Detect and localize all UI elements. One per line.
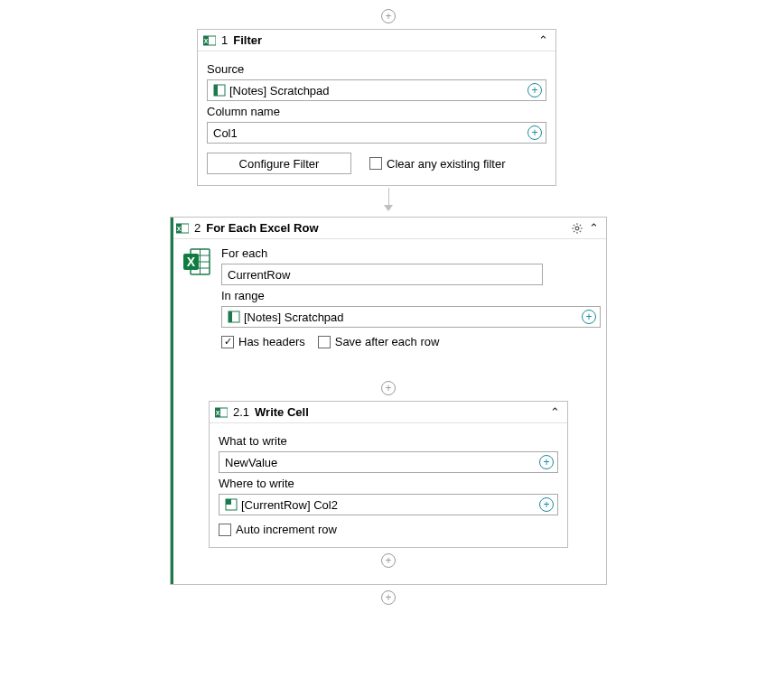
filter-card: X 1 Filter ⌃ Source [Notes] Scratchpad +…	[197, 29, 556, 186]
checkbox-icon: ✓	[221, 336, 234, 348]
card-number: 2.1	[233, 405, 249, 419]
for-each-label: For each	[221, 246, 601, 260]
card-number: 2	[194, 221, 201, 235]
in-range-label: In range	[221, 289, 601, 302]
where-to-write-value: [CurrentRow] Col2	[241, 498, 536, 512]
svg-line-13	[574, 224, 574, 225]
save-after-check[interactable]: Save after each row	[318, 335, 440, 348]
add-activity-inside-top[interactable]: +	[381, 381, 396, 395]
svg-rect-25	[229, 311, 232, 322]
auto-increment-label: Auto increment row	[236, 523, 337, 536]
column-name-field[interactable]: Col1 +	[207, 122, 546, 144]
range-icon	[213, 84, 226, 97]
source-expand-icon[interactable]: +	[527, 83, 542, 97]
range-icon	[228, 311, 240, 323]
svg-text:X: X	[187, 255, 196, 269]
flow-arrow	[170, 188, 607, 211]
svg-point-8	[575, 227, 579, 230]
add-activity-bottom[interactable]: +	[381, 590, 396, 605]
collapse-toggle[interactable]: ⌃	[589, 221, 599, 235]
source-field[interactable]: [Notes] Scratchpad +	[207, 79, 546, 101]
has-headers-check[interactable]: ✓ Has headers	[221, 335, 305, 348]
svg-line-16	[574, 230, 574, 231]
source-value: [Notes] Scratchpad	[229, 84, 524, 97]
in-range-value: [Notes] Scratchpad	[244, 311, 578, 324]
scope-indicator	[171, 218, 173, 584]
clear-filter-label: Clear any existing filter	[387, 157, 506, 171]
where-to-write-field[interactable]: [CurrentRow] Col2 +	[219, 494, 558, 515]
svg-rect-4	[214, 85, 218, 96]
excel-icon: X	[176, 222, 189, 235]
excel-icon: X	[203, 34, 216, 47]
column-name-value: Col1	[213, 126, 524, 140]
where-to-write-label: Where to write	[219, 477, 558, 490]
gear-icon[interactable]	[571, 222, 583, 235]
where-expand-icon[interactable]: +	[539, 497, 554, 512]
excel-icon: X	[215, 406, 228, 419]
excel-app-icon: X	[182, 246, 212, 277]
save-after-label: Save after each row	[335, 335, 440, 348]
card-number: 1	[221, 33, 228, 47]
in-range-field[interactable]: [Notes] Scratchpad +	[221, 306, 601, 328]
card-title: For Each Excel Row	[206, 221, 318, 235]
foreach-card: X 2 For Each Excel Row ⌃	[170, 217, 607, 585]
what-to-write-value: NewValue	[225, 456, 536, 469]
configure-filter-button[interactable]: Configure Filter	[207, 153, 351, 174]
for-each-value: CurrentRow	[228, 268, 290, 282]
source-label: Source	[207, 62, 546, 76]
svg-line-14	[580, 230, 581, 231]
svg-rect-30	[226, 499, 231, 505]
card-title: Filter	[233, 33, 262, 47]
what-to-write-field[interactable]: NewValue +	[219, 451, 558, 473]
svg-text:X: X	[204, 38, 209, 44]
svg-text:X: X	[177, 226, 182, 232]
card-title: Write Cell	[255, 405, 309, 419]
collapse-toggle[interactable]: ⌃	[550, 405, 560, 419]
add-activity-inside-bottom[interactable]: +	[381, 553, 396, 568]
for-each-field[interactable]: CurrentRow	[221, 264, 543, 285]
column-expand-icon[interactable]: +	[527, 125, 542, 140]
checkbox-icon	[318, 336, 331, 348]
add-activity-top[interactable]: +	[381, 9, 396, 23]
svg-text:X: X	[216, 410, 220, 416]
what-to-write-label: What to write	[219, 434, 558, 448]
writecell-card: X 2.1 Write Cell ⌃ What to write NewValu…	[209, 401, 568, 548]
clear-filter-check[interactable]: Clear any existing filter	[369, 157, 506, 171]
checkbox-icon	[219, 524, 231, 536]
column-name-label: Column name	[207, 105, 546, 118]
auto-increment-check[interactable]: Auto increment row	[219, 523, 558, 536]
in-range-expand-icon[interactable]: +	[582, 310, 596, 324]
collapse-toggle[interactable]: ⌃	[538, 33, 548, 47]
cell-icon	[225, 498, 238, 511]
checkbox-icon	[369, 157, 382, 170]
has-headers-label: Has headers	[238, 335, 305, 348]
what-expand-icon[interactable]: +	[539, 455, 554, 469]
svg-line-15	[580, 224, 581, 225]
